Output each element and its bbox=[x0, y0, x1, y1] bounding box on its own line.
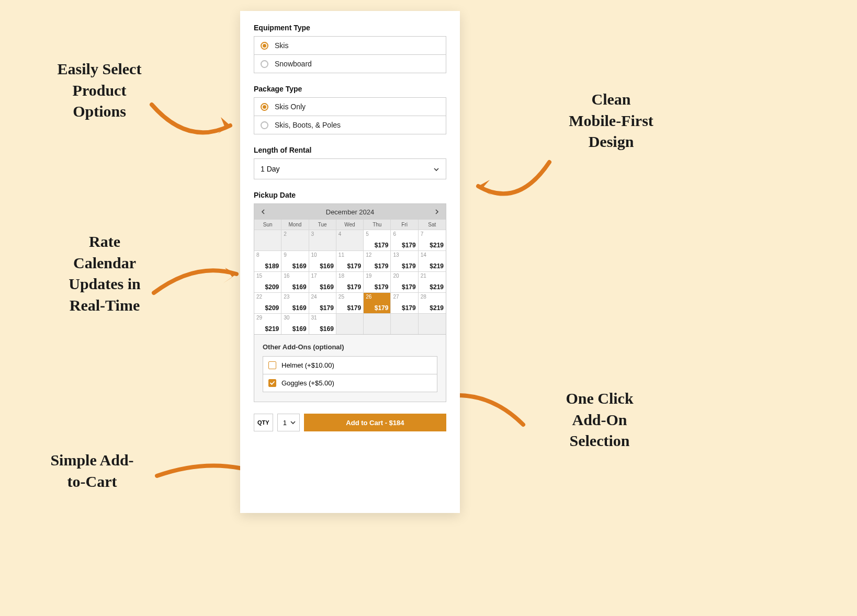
length-select[interactable]: 1 Day bbox=[254, 158, 446, 179]
calendar-day-number: 18 bbox=[339, 273, 361, 279]
equipment-option[interactable]: Skis bbox=[254, 37, 446, 55]
radio-icon bbox=[261, 60, 268, 68]
calendar-day-price: $219 bbox=[430, 263, 444, 270]
calendar-cell[interactable]: 25$179 bbox=[336, 292, 364, 313]
calendar-dow-cell: Fri bbox=[391, 220, 418, 230]
calendar-month-label: December 2024 bbox=[326, 208, 375, 216]
calendar-cell[interactable]: 29$219 bbox=[254, 313, 281, 334]
calendar-day-price: $179 bbox=[347, 304, 361, 312]
calendar-day-price: $179 bbox=[402, 304, 416, 312]
radio-icon bbox=[261, 121, 268, 129]
calendar-day-number: 10 bbox=[311, 252, 334, 258]
annotation-rate-calendar: RateCalendarUpdates inReal-Time bbox=[37, 231, 173, 316]
pickup-date-label: Pickup Date bbox=[254, 191, 446, 199]
calendar-cell[interactable]: 10$169 bbox=[309, 250, 336, 271]
addon-label: Goggles (+$5.00) bbox=[281, 379, 334, 387]
calendar-cell[interactable]: 5$179 bbox=[364, 230, 391, 250]
length-value: 1 Day bbox=[261, 165, 280, 173]
calendar-day-number: 28 bbox=[421, 294, 444, 300]
calendar-cell[interactable]: 28$219 bbox=[419, 292, 446, 313]
calendar-day-number: 30 bbox=[284, 315, 306, 321]
calendar-day-price: $179 bbox=[347, 263, 361, 270]
calendar-day-number: 12 bbox=[366, 252, 388, 258]
booking-card: Equipment Type SkisSnowboard Package Typ… bbox=[240, 11, 460, 513]
calendar-cell[interactable]: 8$189 bbox=[254, 250, 281, 271]
calendar-day-number: 22 bbox=[256, 294, 279, 300]
calendar-dow-cell: Tue bbox=[309, 220, 336, 230]
calendar-next-button[interactable] bbox=[432, 207, 442, 216]
qty-select[interactable]: 1 bbox=[277, 414, 300, 431]
calendar-cell: 3 bbox=[309, 230, 336, 250]
calendar-day-price: $169 bbox=[320, 263, 334, 270]
calendar-day-price: $219 bbox=[430, 304, 444, 312]
addon-label: Helmet (+$10.00) bbox=[281, 361, 334, 369]
calendar-cell: 2 bbox=[281, 230, 309, 250]
calendar-day-price: $169 bbox=[292, 304, 307, 312]
calendar-cell[interactable]: 22$209 bbox=[254, 292, 281, 313]
calendar-cell[interactable]: 27$179 bbox=[391, 292, 418, 313]
package-type-group: Skis OnlySkis, Boots, & Poles bbox=[254, 97, 446, 134]
calendar-day-number: 24 bbox=[311, 294, 334, 300]
calendar-cell[interactable]: 26$179 bbox=[364, 292, 391, 313]
calendar-cell[interactable]: 9$169 bbox=[281, 250, 309, 271]
calendar-day-price: $209 bbox=[265, 283, 279, 291]
package-option[interactable]: Skis, Boots, & Poles bbox=[254, 116, 446, 134]
checkbox-icon bbox=[268, 361, 276, 369]
annotation-add-to-cart: Simple Add-to-Cart bbox=[24, 450, 160, 492]
calendar-cell[interactable]: 23$169 bbox=[281, 292, 309, 313]
annotation-mobile-first: CleanMobile-FirstDesign bbox=[538, 89, 684, 153]
calendar-cell[interactable]: 15$209 bbox=[254, 271, 281, 292]
calendar-day-price: $189 bbox=[265, 263, 279, 270]
qty-label: QTY bbox=[254, 414, 273, 431]
calendar-day-price: $179 bbox=[320, 304, 334, 312]
add-to-cart-button[interactable]: Add to Cart - $184 bbox=[304, 414, 446, 431]
calendar-cell[interactable]: 12$179 bbox=[364, 250, 391, 271]
addon-row[interactable]: Goggles (+$5.00) bbox=[263, 374, 437, 392]
checkbox-icon bbox=[268, 379, 276, 387]
package-option-label: Skis Only bbox=[275, 102, 306, 111]
calendar-day-number: 23 bbox=[284, 294, 306, 300]
addon-list: Helmet (+$10.00)Goggles (+$5.00) bbox=[263, 356, 437, 392]
calendar-day-number: 14 bbox=[421, 252, 444, 258]
calendar-cell[interactable]: 31$169 bbox=[309, 313, 336, 334]
chevron-down-icon bbox=[433, 166, 439, 172]
calendar-cell[interactable]: 16$169 bbox=[281, 271, 309, 292]
calendar-cell[interactable]: 13$179 bbox=[391, 250, 418, 271]
calendar-day-price: $179 bbox=[375, 283, 389, 291]
equipment-option-label: Snowboard bbox=[275, 60, 312, 68]
calendar-cell[interactable]: 17$169 bbox=[309, 271, 336, 292]
calendar-day-number: 13 bbox=[393, 252, 415, 258]
calendar-day-price: $179 bbox=[375, 304, 389, 312]
package-option-label: Skis, Boots, & Poles bbox=[275, 121, 341, 129]
calendar-cell[interactable]: 21$219 bbox=[419, 271, 446, 292]
radio-icon bbox=[261, 42, 268, 50]
calendar: December 2024 SunMondTueWedThuFriSat 234… bbox=[254, 203, 446, 335]
calendar-day-price: $169 bbox=[320, 283, 334, 291]
calendar-day-price: $169 bbox=[292, 263, 307, 270]
calendar-cell[interactable]: 30$169 bbox=[281, 313, 309, 334]
calendar-cell[interactable]: 24$179 bbox=[309, 292, 336, 313]
calendar-cell[interactable]: 6$179 bbox=[391, 230, 418, 250]
calendar-cell bbox=[419, 313, 446, 334]
addon-row[interactable]: Helmet (+$10.00) bbox=[263, 357, 437, 374]
calendar-day-price: $209 bbox=[265, 304, 279, 312]
calendar-cell[interactable]: 14$219 bbox=[419, 250, 446, 271]
calendar-day-number: 8 bbox=[256, 252, 279, 258]
calendar-day-price: $219 bbox=[430, 283, 444, 291]
calendar-prev-button[interactable] bbox=[258, 207, 268, 216]
calendar-cell[interactable]: 11$179 bbox=[336, 250, 364, 271]
calendar-day-number: 9 bbox=[284, 252, 306, 258]
calendar-cell[interactable]: 19$179 bbox=[364, 271, 391, 292]
calendar-day-number: 17 bbox=[311, 273, 334, 279]
package-option[interactable]: Skis Only bbox=[254, 98, 446, 116]
calendar-day-number: 15 bbox=[256, 273, 279, 279]
calendar-cell[interactable]: 20$179 bbox=[391, 271, 418, 292]
package-type-label: Package Type bbox=[254, 85, 446, 93]
calendar-cell[interactable]: 18$179 bbox=[336, 271, 364, 292]
calendar-cell bbox=[254, 230, 281, 250]
calendar-day-number: 31 bbox=[311, 315, 334, 321]
equipment-option[interactable]: Snowboard bbox=[254, 55, 446, 73]
calendar-cell[interactable]: 7$219 bbox=[419, 230, 446, 250]
calendar-day-price: $179 bbox=[347, 283, 361, 291]
calendar-day-number: 20 bbox=[393, 273, 415, 279]
